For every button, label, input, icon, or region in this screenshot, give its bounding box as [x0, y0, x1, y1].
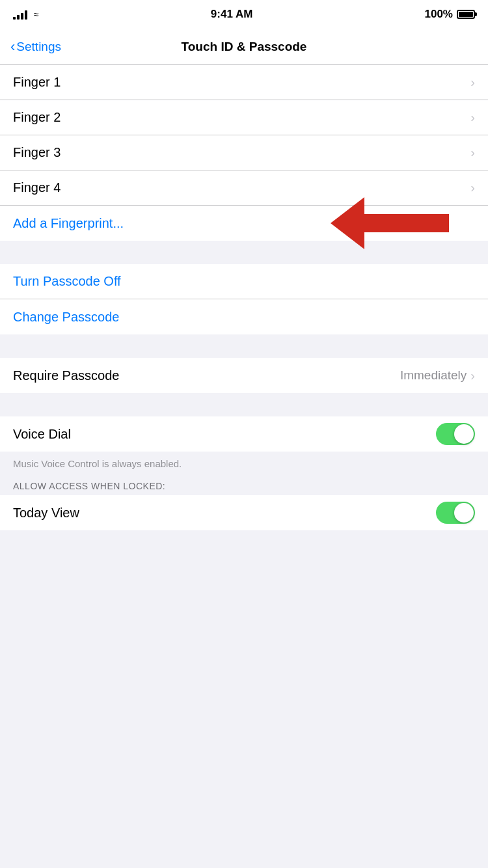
wifi-icon: ≈ — [34, 9, 39, 20]
today-view-label: Today View — [13, 506, 79, 521]
require-passcode-label: Require Passcode — [13, 368, 119, 383]
add-fingerprint-label: Add a Fingerprint... — [13, 216, 124, 231]
turn-passcode-off-label: Turn Passcode Off — [13, 274, 121, 289]
require-passcode-section: Require Passcode Immediately › — [0, 358, 488, 393]
require-passcode-value-group: Immediately › — [400, 368, 475, 383]
status-bar-time: 9:41 AM — [211, 8, 253, 21]
require-passcode-value: Immediately — [400, 368, 467, 383]
back-chevron-icon: ‹ — [10, 40, 15, 54]
back-label: Settings — [16, 40, 61, 54]
change-passcode-label: Change Passcode — [13, 310, 119, 325]
today-view-toggle[interactable] — [436, 502, 475, 524]
finger-2-chevron-icon: › — [470, 110, 475, 125]
turn-passcode-off-row[interactable]: Turn Passcode Off — [0, 264, 488, 299]
allow-access-header: ALLOW ACCESS WHEN LOCKED: — [0, 476, 488, 495]
finger-4-label: Finger 4 — [13, 180, 61, 195]
section-gap-2 — [0, 334, 488, 358]
today-view-section: Today View — [0, 495, 488, 530]
battery-icon — [457, 10, 475, 19]
voice-dial-toggle[interactable] — [436, 423, 475, 445]
status-bar-left: ≈ — [13, 9, 39, 20]
today-view-toggle-knob — [454, 503, 474, 522]
finger-1-row[interactable]: Finger 1 › — [0, 65, 488, 100]
finger-2-row[interactable]: Finger 2 › — [0, 100, 488, 135]
status-bar-right: 100% — [425, 8, 475, 21]
add-fingerprint-row[interactable]: Add a Fingerprint... — [0, 206, 488, 241]
finger-3-row[interactable]: Finger 3 › — [0, 135, 488, 170]
finger-4-chevron-icon: › — [470, 180, 475, 195]
finger-2-label: Finger 2 — [13, 110, 61, 125]
voice-dial-section: Voice Dial — [0, 416, 488, 452]
require-passcode-row[interactable]: Require Passcode Immediately › — [0, 358, 488, 393]
finger-1-chevron-icon: › — [470, 75, 475, 90]
voice-control-note: Music Voice Control is always enabled. — [0, 452, 488, 476]
page-title: Touch ID & Passcode — [182, 40, 307, 54]
finger-1-label: Finger 1 — [13, 75, 61, 90]
voice-dial-row[interactable]: Voice Dial — [0, 416, 488, 452]
change-passcode-row[interactable]: Change Passcode — [0, 299, 488, 334]
red-arrow-annotation — [331, 197, 449, 249]
section-gap-3 — [0, 393, 488, 416]
require-passcode-chevron-icon: › — [470, 368, 475, 383]
battery-percentage: 100% — [425, 8, 453, 21]
passcode-section: Turn Passcode Off Change Passcode — [0, 264, 488, 334]
arrow-shaft-icon — [364, 214, 449, 232]
today-view-row[interactable]: Today View — [0, 495, 488, 530]
back-button[interactable]: ‹ Settings — [10, 40, 61, 54]
finger-3-chevron-icon: › — [470, 145, 475, 160]
signal-bars-icon — [13, 9, 27, 20]
voice-dial-label: Voice Dial — [13, 427, 71, 442]
arrow-head-icon — [331, 197, 364, 249]
fingerprints-section: Finger 1 › Finger 2 › Finger 3 › Finger … — [0, 65, 488, 241]
status-bar: ≈ 9:41 AM 100% — [0, 0, 488, 29]
nav-bar: ‹ Settings Touch ID & Passcode — [0, 29, 488, 65]
finger-3-label: Finger 3 — [13, 145, 61, 160]
voice-dial-toggle-knob — [454, 424, 474, 444]
